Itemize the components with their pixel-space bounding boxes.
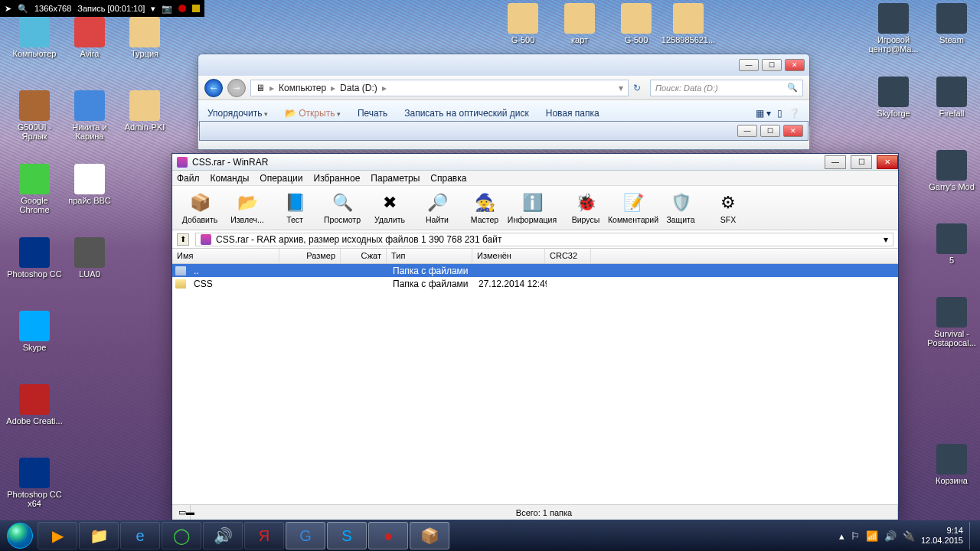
col-packed[interactable]: Сжат: [341, 249, 387, 263]
desktop-icon[interactable]: 1258985621...: [660, 3, 717, 44]
taskbar-item[interactable]: 📁: [79, 522, 119, 549]
desktop-icon[interactable]: Adobe Creati...: [6, 384, 63, 425]
minimize-button[interactable]: —: [739, 59, 759, 71]
breadcrumb[interactable]: 🖥▸ Компьютер▸ Data (D:)▸ ▾: [250, 80, 629, 96]
toolbar-просмотр[interactable]: 🔍Просмотр: [319, 187, 365, 229]
toolbar-найти[interactable]: 🔎Найти: [414, 187, 460, 229]
camera-icon[interactable]: 📷: [162, 4, 172, 14]
desktop-icon[interactable]: Photoshop CC: [6, 237, 63, 279]
desktop-icon[interactable]: Firefall: [923, 77, 980, 118]
forward-button[interactable]: →: [227, 79, 246, 97]
menu-item[interactable]: Избранное: [314, 173, 361, 184]
desktop-icon[interactable]: Компьютер: [6, 17, 63, 58]
desktop-icon[interactable]: Avira: [61, 17, 118, 58]
close-button[interactable]: ✕: [785, 59, 805, 71]
explorer-titlebar[interactable]: — ☐ ✕: [198, 54, 809, 76]
archive-path[interactable]: CSS.rar - RAR архив, размер исходных фай…: [195, 233, 893, 246]
tray-flag-icon[interactable]: ⚐: [851, 530, 860, 542]
breadcrumb-seg[interactable]: Data (D:): [340, 83, 377, 93]
taskbar-item[interactable]: Я: [244, 522, 284, 549]
desktop-icon[interactable]: прайс BBC: [61, 164, 118, 205]
open-menu[interactable]: 📂 Открыть: [285, 108, 341, 119]
start-button[interactable]: [3, 522, 37, 549]
breadcrumb-seg[interactable]: Компьютер: [279, 83, 326, 93]
col-size[interactable]: Размер: [279, 249, 341, 263]
toolbar-тест[interactable]: 📘Тест: [272, 187, 318, 229]
refresh-button[interactable]: ↻: [633, 83, 645, 93]
print-button[interactable]: Печать: [358, 108, 387, 119]
toolbar-комментарий[interactable]: 📝Комментарий: [610, 187, 656, 229]
desktop-icon[interactable]: Steam: [923, 3, 980, 44]
file-list[interactable]: ..Папка с файламиCSSПапка с файлами27.12…: [172, 264, 898, 504]
desktop-icon[interactable]: Игровой центр@Ma...: [865, 3, 922, 54]
chevron-down-icon[interactable]: ▾: [884, 234, 888, 245]
toolbar-удалить[interactable]: ✖Удалить: [367, 187, 413, 229]
toolbar-sfx[interactable]: ⚙SFX: [705, 187, 751, 229]
col-modified[interactable]: Изменён: [472, 249, 545, 263]
minimize-button[interactable]: —: [737, 125, 757, 137]
toolbar-добавить[interactable]: 📦Добавить: [177, 187, 223, 229]
clock[interactable]: 9:14 12.04.2015: [921, 526, 963, 546]
tray-network-icon[interactable]: 📶: [866, 530, 878, 542]
menu-item[interactable]: Файл: [177, 173, 200, 184]
toolbar-информация[interactable]: ℹ️Информация: [509, 187, 555, 229]
taskbar-item[interactable]: 📦: [410, 522, 449, 549]
menu-item[interactable]: Команды: [211, 173, 250, 184]
view-menu[interactable]: ▦ ▾: [756, 108, 771, 119]
menu-item[interactable]: Справка: [430, 173, 466, 184]
pause-icon[interactable]: [192, 5, 200, 12]
desktop-icon[interactable]: LUA0: [61, 237, 118, 279]
up-button[interactable]: ⬆: [177, 233, 189, 246]
maximize-button[interactable]: ☐: [762, 59, 782, 71]
toolbar-вирусы[interactable]: 🐞Вирусы: [563, 187, 609, 229]
desktop-icon[interactable]: Никита и Карина: [61, 90, 118, 141]
taskbar-item[interactable]: G: [286, 522, 325, 549]
explorer2-titlebar[interactable]: — ☐ ✕: [199, 121, 808, 141]
maximize-button[interactable]: ☐: [760, 125, 780, 137]
desktop-icon[interactable]: Admin-PKI: [116, 90, 173, 132]
toolbar-мастер[interactable]: 🧙Мастер: [462, 187, 508, 229]
col-crc[interactable]: CRC32: [545, 249, 591, 263]
minimize-button[interactable]: —: [825, 155, 846, 169]
desktop-icon[interactable]: G-500: [495, 3, 551, 44]
desktop-icon[interactable]: Турция: [116, 17, 173, 58]
record-icon[interactable]: [178, 5, 186, 12]
taskbar-item[interactable]: S: [327, 522, 367, 549]
desktop-icon[interactable]: G500UI - Ярлык: [6, 90, 63, 141]
taskbar-item[interactable]: ▶: [38, 522, 77, 549]
toolbar-защита[interactable]: 🛡️Защита: [658, 187, 704, 229]
help-button[interactable]: ❔: [789, 108, 800, 119]
tray-volume-icon[interactable]: 🔊: [884, 530, 897, 542]
search-input[interactable]: Поиск: Data (D:) 🔍: [650, 80, 803, 96]
burn-button[interactable]: Записать на оптический диск: [404, 108, 529, 119]
desktop-icon[interactable]: карт: [551, 3, 608, 44]
close-button[interactable]: ✕: [877, 155, 898, 169]
preview-pane-button[interactable]: ▯: [777, 108, 782, 119]
taskbar-item[interactable]: e: [120, 522, 160, 549]
show-desktop-button[interactable]: [969, 522, 975, 549]
taskbar-item[interactable]: 🔊: [203, 522, 243, 549]
col-name[interactable]: Имя: [172, 249, 279, 263]
list-item[interactable]: ..Папка с файлами: [172, 264, 898, 277]
taskbar-item[interactable]: ◯: [162, 522, 201, 549]
col-type[interactable]: Тип: [387, 249, 472, 263]
desktop-icon[interactable]: 5: [923, 223, 980, 265]
desktop-icon[interactable]: Photoshop CC x64: [6, 458, 63, 508]
newfolder-button[interactable]: Новая папка: [546, 108, 599, 119]
desktop-icon[interactable]: G-500: [608, 3, 665, 44]
back-button[interactable]: ←: [204, 79, 223, 97]
taskbar-item[interactable]: ●: [368, 522, 408, 549]
desktop-icon[interactable]: Skype: [6, 311, 63, 352]
winrar-titlebar[interactable]: CSS.rar - WinRAR — ☐ ✕: [172, 154, 898, 171]
tray-power-icon[interactable]: 🔌: [903, 530, 915, 542]
toolbar-извлеч[interactable]: 📂Извлеч...: [224, 187, 270, 229]
menu-item[interactable]: Параметры: [371, 173, 420, 184]
desktop-icon[interactable]: Google Chrome: [6, 164, 63, 214]
desktop-icon[interactable]: Skyforge: [865, 77, 922, 118]
desktop-icon[interactable]: Garry's Mod: [923, 150, 980, 191]
desktop-icon[interactable]: Корзина: [923, 444, 980, 485]
organize-menu[interactable]: Упорядочить: [207, 108, 268, 119]
tray-chevron-icon[interactable]: ▴: [839, 530, 844, 542]
maximize-button[interactable]: ☐: [851, 155, 872, 169]
menu-item[interactable]: Операции: [260, 173, 302, 184]
